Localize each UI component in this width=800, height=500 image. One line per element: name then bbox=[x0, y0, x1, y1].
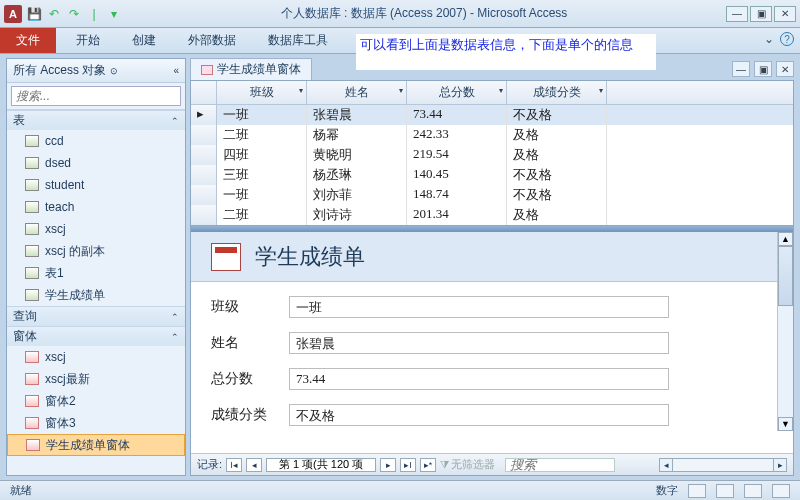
cell[interactable]: 杨丞琳 bbox=[307, 165, 407, 185]
scroll-down-icon[interactable]: ▼ bbox=[778, 417, 793, 431]
scroll-thumb[interactable] bbox=[778, 246, 793, 306]
row-selector[interactable] bbox=[191, 205, 217, 225]
view-design-button[interactable] bbox=[772, 484, 790, 498]
cell[interactable]: 三班 bbox=[217, 165, 307, 185]
save-icon[interactable]: 💾 bbox=[26, 6, 42, 22]
record-search-input[interactable] bbox=[505, 458, 615, 472]
row-selector[interactable] bbox=[191, 165, 217, 185]
navgroup-tables-header[interactable]: 表 ⌃ bbox=[7, 110, 185, 130]
nav-item-table[interactable]: ccd bbox=[7, 130, 185, 152]
cell[interactable]: 及格 bbox=[507, 205, 607, 225]
nav-item-table[interactable]: 学生成绩单 bbox=[7, 284, 185, 306]
column-header[interactable]: 总分数▾ bbox=[407, 81, 507, 104]
table-row[interactable]: 一班刘亦菲148.74不及格 bbox=[191, 185, 793, 205]
scroll-left-icon[interactable]: ◂ bbox=[659, 458, 673, 472]
first-record-button[interactable]: I◂ bbox=[226, 458, 242, 472]
cell[interactable]: 刘亦菲 bbox=[307, 185, 407, 205]
vertical-scrollbar[interactable]: ▲ ▼ bbox=[777, 232, 793, 431]
cell[interactable]: 四班 bbox=[217, 145, 307, 165]
record-position-input[interactable] bbox=[266, 458, 376, 472]
cell[interactable]: 73.44 bbox=[407, 105, 507, 125]
cell[interactable]: 及格 bbox=[507, 125, 607, 145]
scroll-up-icon[interactable]: ▲ bbox=[778, 232, 793, 246]
field-value[interactable]: 不及格 bbox=[289, 404, 669, 426]
navgroup-forms-header[interactable]: 窗体 ⌃ bbox=[7, 326, 185, 346]
nav-item-table[interactable]: dsed bbox=[7, 152, 185, 174]
row-selector[interactable] bbox=[191, 145, 217, 165]
cell[interactable]: 219.54 bbox=[407, 145, 507, 165]
field-value[interactable]: 张碧晨 bbox=[289, 332, 669, 354]
nav-item-form[interactable]: 窗体2 bbox=[7, 390, 185, 412]
nav-item-table[interactable]: 表1 bbox=[7, 262, 185, 284]
view-datasheet-button[interactable] bbox=[716, 484, 734, 498]
navpane-collapse-icon[interactable]: « bbox=[173, 65, 179, 76]
cell[interactable]: 不及格 bbox=[507, 185, 607, 205]
ribbon-collapse-icon[interactable]: ⌄ bbox=[764, 32, 774, 46]
nav-item-table[interactable]: teach bbox=[7, 196, 185, 218]
nav-item-form[interactable]: xscj最新 bbox=[7, 368, 185, 390]
close-button[interactable]: ✕ bbox=[774, 6, 796, 22]
table-row[interactable]: 二班杨幂242.33及格 bbox=[191, 125, 793, 145]
access-app-icon[interactable]: A bbox=[4, 5, 22, 23]
navpane-search-input[interactable] bbox=[11, 86, 181, 106]
field-value[interactable]: 73.44 bbox=[289, 368, 669, 390]
maximize-button[interactable]: ▣ bbox=[750, 6, 772, 22]
new-record-button[interactable]: ▸* bbox=[420, 458, 436, 472]
cell[interactable]: 不及格 bbox=[507, 105, 607, 125]
nav-item-form[interactable]: 学生成绩单窗体 bbox=[7, 434, 185, 456]
table-row[interactable]: 二班刘诗诗201.34及格 bbox=[191, 205, 793, 225]
cell[interactable]: 148.74 bbox=[407, 185, 507, 205]
navgroup-queries-header[interactable]: 查询 ⌃ bbox=[7, 306, 185, 326]
row-selector[interactable] bbox=[191, 185, 217, 205]
row-selector[interactable] bbox=[191, 125, 217, 145]
cell[interactable]: 201.34 bbox=[407, 205, 507, 225]
qat-more-icon[interactable]: ▾ bbox=[106, 6, 122, 22]
column-header[interactable]: 成绩分类▾ bbox=[507, 81, 607, 104]
prev-record-button[interactable]: ◂ bbox=[246, 458, 262, 472]
horizontal-scrollbar[interactable]: ◂ ▸ bbox=[659, 458, 787, 472]
redo-icon[interactable]: ↷ bbox=[66, 6, 82, 22]
nav-item-table[interactable]: student bbox=[7, 174, 185, 196]
tab-external[interactable]: 外部数据 bbox=[172, 28, 252, 53]
doc-restore-button[interactable]: ▣ bbox=[754, 61, 772, 77]
cell[interactable]: 一班 bbox=[217, 105, 307, 125]
nav-item-form[interactable]: xscj bbox=[7, 346, 185, 368]
table-row[interactable]: ▸一班张碧晨73.44不及格 bbox=[191, 105, 793, 125]
cell[interactable]: 140.45 bbox=[407, 165, 507, 185]
table-row[interactable]: 三班杨丞琳140.45不及格 bbox=[191, 165, 793, 185]
tab-file[interactable]: 文件 bbox=[0, 28, 56, 53]
column-header[interactable]: 姓名▾ bbox=[307, 81, 407, 104]
nav-item-form[interactable]: 窗体3 bbox=[7, 412, 185, 434]
cell[interactable]: 二班 bbox=[217, 125, 307, 145]
help-icon[interactable]: ? bbox=[780, 32, 794, 46]
tab-home[interactable]: 开始 bbox=[60, 28, 116, 53]
column-header[interactable]: 班级▾ bbox=[217, 81, 307, 104]
next-record-button[interactable]: ▸ bbox=[380, 458, 396, 472]
last-record-button[interactable]: ▸I bbox=[400, 458, 416, 472]
tab-create[interactable]: 创建 bbox=[116, 28, 172, 53]
cell[interactable]: 及格 bbox=[507, 145, 607, 165]
minimize-button[interactable]: — bbox=[726, 6, 748, 22]
nav-item-table[interactable]: xscj 的副本 bbox=[7, 240, 185, 262]
dropdown-icon[interactable]: ⊙ bbox=[110, 66, 118, 76]
row-selector-header[interactable] bbox=[191, 81, 217, 104]
undo-icon[interactable]: ↶ bbox=[46, 6, 62, 22]
view-layout-button[interactable] bbox=[744, 484, 762, 498]
table-row[interactable]: 四班黄晓明219.54及格 bbox=[191, 145, 793, 165]
cell[interactable]: 杨幂 bbox=[307, 125, 407, 145]
row-selector[interactable]: ▸ bbox=[191, 105, 217, 125]
navpane-header[interactable]: 所有 Access 对象 ⊙ « bbox=[7, 59, 185, 83]
cell[interactable]: 黄晓明 bbox=[307, 145, 407, 165]
doc-close-button[interactable]: ✕ bbox=[776, 61, 794, 77]
view-form-button[interactable] bbox=[688, 484, 706, 498]
doc-tab-active[interactable]: 学生成绩单窗体 bbox=[190, 58, 312, 80]
cell[interactable]: 二班 bbox=[217, 205, 307, 225]
cell[interactable]: 不及格 bbox=[507, 165, 607, 185]
nav-item-table[interactable]: xscj bbox=[7, 218, 185, 240]
cell[interactable]: 刘诗诗 bbox=[307, 205, 407, 225]
cell[interactable]: 张碧晨 bbox=[307, 105, 407, 125]
cell[interactable]: 242.33 bbox=[407, 125, 507, 145]
tab-dbtools[interactable]: 数据库工具 bbox=[252, 28, 344, 53]
field-value[interactable]: 一班 bbox=[289, 296, 669, 318]
cell[interactable]: 一班 bbox=[217, 185, 307, 205]
